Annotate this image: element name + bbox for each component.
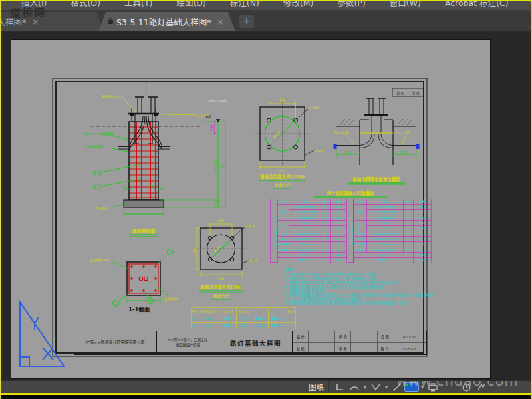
callout-1: 1 — [169, 250, 172, 254]
table-cell: 2.31 — [330, 252, 346, 257]
pvc-label-left: PVC110管 — [334, 130, 350, 135]
menu-item[interactable]: 标注(N) — [230, 1, 259, 9]
paper-space-button[interactable]: 图纸 — [309, 382, 324, 392]
bolt-circle-label: Φ300 — [213, 245, 221, 253]
menu-item[interactable]: 绘图(D) — [176, 1, 205, 9]
thickness-label: δ=25 — [315, 149, 323, 152]
menu-item[interactable]: Acrobat 标注(C) — [445, 1, 509, 9]
dim-h100: H-100 — [213, 160, 217, 170]
embed-pipe-label: 预埋Φ219钢管 — [209, 99, 227, 103]
table-cell: Φ8@200 — [268, 322, 287, 329]
table-cell: 块 — [321, 236, 330, 241]
status-bar: 图纸 ▾ ▾ ▾ www.cndao.com — [1, 380, 531, 393]
note-line: 7. 路灯基础施工时须结合现场地下管线情况核实调整,避免与地下管线冲突,必要时通… — [285, 301, 438, 305]
menu-item[interactable]: 格式(O) — [70, 1, 100, 9]
table-cell: 法兰盘 — [277, 231, 289, 236]
close-icon[interactable]: × — [217, 17, 224, 27]
table-cell: kg — [321, 204, 330, 209]
callout-2: 2 — [149, 299, 152, 303]
watermark-url: www.cndao.com — [396, 380, 519, 389]
ortho-icon[interactable] — [332, 382, 347, 393]
table-cell: 9m — [198, 322, 219, 329]
table-cell: Φ18 HRB335钢筋 — [289, 209, 321, 215]
file-tab-active[interactable]: S3-5-11路灯基础大样图* × — [98, 12, 235, 31]
drawing-sheet: 第 页 共 页 — [11, 39, 491, 379]
menu-item[interactable]: 参数(P) — [337, 1, 365, 9]
table-cell: 0.92 — [414, 225, 432, 231]
bolt-circle-label: Φ400 — [273, 130, 281, 138]
menu-item[interactable]: 修改(M) — [283, 1, 314, 9]
dim-100-bottom: 100 — [214, 201, 217, 207]
new-tab-button[interactable]: + — [239, 15, 254, 28]
table-cell: m³ — [321, 220, 330, 225]
dim-400-left: 400 — [192, 247, 196, 253]
foundation-section: 200 路面 H-100 100 H 螺栓垫板 20×4 — [83, 82, 228, 237]
table-cell: m — [321, 241, 330, 247]
cushion-label: C15砼垫层 — [94, 206, 109, 211]
dim-200-left: 200 — [344, 150, 351, 154]
section-title: 基础剖面图 — [132, 228, 156, 234]
table-cell: 8.2 — [414, 209, 432, 215]
menu-item[interactable]: 工具(T) — [124, 1, 152, 9]
title-block: 广东××勘测设计研究院有限公司 ××市××路一、二期工程 施工图设计阶段 路灯基… — [74, 331, 427, 355]
dim-100-right: 100 — [150, 184, 155, 188]
table-cell: 砼小计 — [277, 252, 330, 257]
cad-application-window: 插入(I)格式(O)工具(T)绘图(D)标注(N)修改(M)参数(P)窗口(W)… — [0, 0, 532, 399]
duct-title: 基础内预埋电缆管位置图 — [352, 176, 400, 182]
flange9-title: 基础法兰盘大样(9M) — [200, 284, 241, 290]
angle-snap-icon[interactable] — [368, 382, 383, 393]
table-cell: 1500 — [219, 322, 236, 329]
callout-1: 1 — [96, 185, 99, 189]
section-1-1: a 1-1截面 1 1 2 箍筋Φ8@200 拉结筋Φ8 — [90, 249, 178, 313]
table-cell: 1 — [414, 236, 432, 241]
table-cell: 600×600 δ=20mm — [289, 236, 321, 241]
table-cell: 锚板 — [354, 236, 367, 241]
menu-bar: 插入(I)格式(O)工具(T)绘图(D)标注(N)修改(M)参数(P)窗口(W)… — [1, 1, 531, 10]
grout-label: 二次灌浆 — [198, 113, 209, 118]
file-tab-bar: 灯基础大样图* × S3-5-11路灯基础大样图* × + 道桥网 — [1, 10, 531, 32]
table-cell: 18.2 — [330, 204, 346, 209]
table-cell: PVC电缆管 — [277, 241, 289, 247]
dim-h: H — [221, 165, 225, 168]
menu-items: 插入(I)格式(O)工具(T)绘图(D)标注(N)修改(M)参数(P)窗口(W)… — [1, 1, 531, 9]
table-cell: 块 — [404, 231, 414, 236]
holes-label: 4-Φ26 — [309, 106, 319, 110]
menu-item[interactable]: 窗口(W) — [390, 1, 421, 9]
table-cell: 钢筋 — [277, 204, 289, 220]
page-no-left: 第 页 — [396, 91, 404, 96]
flange-plan-9m: Φ300 4-Φ26 δ=25 300 400 400 基础法兰盘大样(9M) — [192, 219, 258, 300]
cable-duct-detail: 200 200 PVC110管 PVC110管 基础内预埋电缆管位置图 — [334, 98, 420, 184]
table-cell: Φ200×500mm — [289, 247, 321, 252]
dim-400-bottom: 400 — [218, 277, 225, 281]
dim-300: 300 — [218, 219, 225, 223]
arc-icon[interactable] — [347, 382, 362, 393]
table-cell: kg — [404, 204, 414, 209]
table-cell: 钢材小计 — [354, 257, 414, 263]
table-cell: 0.45 — [330, 257, 346, 263]
table-cell: 8Φ18 — [251, 315, 268, 323]
table-cell: 1 — [414, 247, 432, 252]
table-cell: 500×500 δ=20mm — [289, 231, 321, 236]
table-cell: 12Φ22 — [251, 322, 268, 329]
company-name: 广东××勘测设计研究院有限公司 — [74, 331, 157, 354]
table-cell: Φ200×500mm — [367, 247, 404, 252]
date-value: 2015.11 — [392, 331, 426, 342]
table-cell: 锚板 — [277, 236, 289, 241]
table-cell: m³ — [404, 220, 414, 225]
table-cell: kg — [321, 215, 330, 220]
dim-100-left: 100 — [121, 184, 126, 188]
chevron-down-icon[interactable]: ▾ — [383, 382, 390, 393]
table-cell: 6.9 — [414, 241, 432, 247]
table-cell: Φ8@200 — [268, 315, 287, 323]
ucs-icon — [13, 300, 69, 372]
dim-a-11: a — [142, 296, 144, 300]
chevron-down-icon[interactable]: ▾ — [362, 382, 368, 393]
drawing-canvas[interactable]: 第 页 共 页 — [1, 32, 531, 380]
note-line: 6. 基础内预埋电缆管采用PVC管,弯曲半径≥500mm(不得小于电缆管外径的1… — [285, 293, 438, 301]
table-cell: 钢材小计 — [277, 257, 330, 263]
table-cell: 400×400 δ=20mm — [367, 231, 404, 236]
table-cell: kg — [404, 209, 414, 215]
anchor-bolt-label: 4-M24×1200地脚螺栓 — [83, 132, 115, 136]
table-cell: 500×500 δ=20mm — [367, 236, 404, 241]
watermark-text: 道桥网 — [10, 3, 47, 21]
